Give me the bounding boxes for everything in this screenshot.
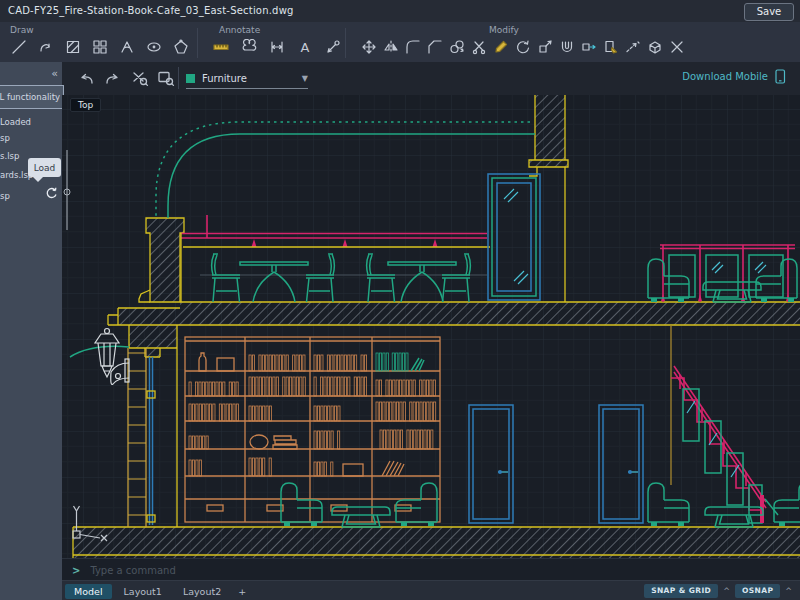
dimension-ruler-icon[interactable] (210, 36, 232, 58)
command-input-placeholder: Type a command (90, 565, 175, 576)
ribbon-separator (345, 28, 346, 58)
snap-grid-caret[interactable]: ^ (723, 587, 730, 596)
osnap-toggle[interactable]: OSNAP (735, 584, 780, 598)
tab-layout2[interactable]: Layout2 (174, 584, 230, 599)
sidebar-item[interactable]: sp (0, 133, 58, 143)
polygon-icon[interactable] (170, 36, 192, 58)
command-prompt: > (72, 565, 80, 576)
download-mobile-link[interactable]: Download Mobile (682, 69, 786, 84)
cad-app-window: CAD-FY25_Fire-Station-Book-Cafe_03_East-… (0, 0, 800, 600)
osnap-caret[interactable]: ^ (785, 587, 792, 596)
layer-dropdown[interactable]: Furniture ▼ (186, 68, 308, 89)
document-title: CAD-FY25_Fire-Station-Book-Cafe_03_East-… (8, 5, 294, 16)
block-edit-icon[interactable] (600, 36, 622, 58)
ellipse-icon[interactable] (143, 36, 165, 58)
ribbon-group-draw-label: Draw (10, 25, 34, 35)
trim-icon[interactable] (468, 36, 490, 58)
cad-drawing (62, 95, 800, 558)
copy-icon[interactable] (446, 36, 468, 58)
leader-icon[interactable] (322, 36, 344, 58)
scale-icon[interactable] (534, 36, 556, 58)
array-rect-icon[interactable] (89, 36, 111, 58)
load-button[interactable]: Load (28, 158, 61, 177)
undo-icon[interactable] (76, 68, 96, 88)
collapse-panel-icon[interactable]: « (51, 67, 58, 80)
tab-layout1[interactable]: Layout1 (115, 584, 171, 599)
text-icon[interactable]: A (294, 36, 316, 58)
layout-tabs-bar: Model Layout1 Layout2 + SNAP & GRID ^ OS… (62, 580, 800, 600)
quick-toolbar: Furniture ▼ Download Mobile (62, 62, 800, 95)
download-mobile-label: Download Mobile (682, 71, 768, 82)
extrude-box-icon[interactable] (644, 36, 666, 58)
chevron-down-icon: ▼ (302, 74, 308, 83)
title-bar: CAD-FY25_Fire-Station-Book-Cafe_03_East-… (0, 0, 800, 22)
erase-icon[interactable] (666, 36, 688, 58)
snap-grid-toggle[interactable]: SNAP & GRID (644, 584, 718, 598)
drawing-canvas[interactable]: Top (62, 95, 800, 558)
ribbon-separator (197, 28, 198, 58)
sidebar-tooltip-item: CL functionality (0, 85, 64, 109)
stretch-icon[interactable] (578, 36, 600, 58)
zoom-extents-icon[interactable] (130, 68, 150, 88)
add-layout-button[interactable]: + (238, 586, 246, 597)
sidebar-item[interactable]: Loaded (0, 117, 58, 127)
phone-icon (775, 69, 786, 84)
polyline-icon[interactable] (35, 36, 57, 58)
draw-pencil-icon[interactable] (490, 36, 512, 58)
tab-model[interactable]: Model (65, 584, 112, 599)
lisp-sidebar-panel: « CL functionality Loaded sp s.lsp ards.… (0, 62, 62, 600)
svg-text:A: A (301, 40, 310, 55)
layer-color-swatch (186, 74, 195, 83)
hatch-icon[interactable] (62, 36, 84, 58)
fillet-icon[interactable] (402, 36, 424, 58)
refresh-icon[interactable] (44, 186, 58, 200)
offset-icon[interactable] (556, 36, 578, 58)
mirror-icon[interactable] (380, 36, 402, 58)
line-icon[interactable] (8, 36, 30, 58)
move-icon[interactable] (358, 36, 380, 58)
zoom-window-icon[interactable] (156, 68, 176, 88)
ribbon-group-modify-label: Modify (489, 25, 519, 35)
redo-icon[interactable] (102, 68, 122, 88)
linear-dimension-icon[interactable] (266, 36, 288, 58)
revision-cloud-icon[interactable] (238, 36, 260, 58)
ribbon: Draw Annotate Modify A (0, 22, 800, 62)
chamfer-icon[interactable] (424, 36, 446, 58)
path-array-icon[interactable] (622, 36, 644, 58)
view-label[interactable]: Top (70, 98, 101, 112)
layer-selected: Furniture (202, 73, 247, 84)
ribbon-group-annotate-label: Annotate (219, 25, 260, 35)
toolbar-separator (178, 67, 179, 89)
measure-icon[interactable] (116, 36, 138, 58)
rotate-icon[interactable] (512, 36, 534, 58)
save-button[interactable]: Save (744, 3, 794, 21)
command-bar[interactable]: > Type a command (62, 558, 800, 581)
